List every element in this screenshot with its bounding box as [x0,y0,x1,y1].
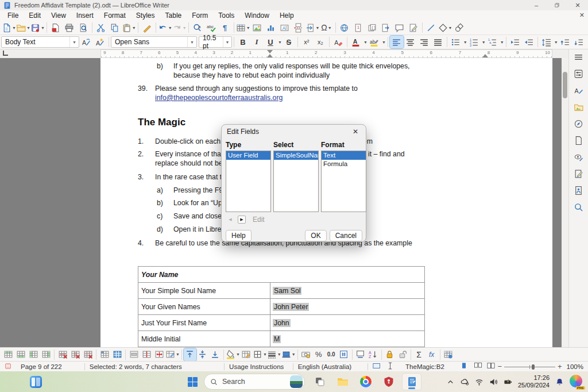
modified-save-icon[interactable] [0,363,16,371]
insert-field-button[interactable]: ▼ [305,21,320,34]
align-bottom-button[interactable] [209,348,222,361]
insert-pagebreak-button[interactable] [292,21,305,34]
sort-button[interactable]: AZ [367,348,380,361]
search-box[interactable]: Search [204,374,305,390]
align-left-button[interactable] [390,36,404,48]
clone-formatting-button[interactable] [140,21,154,34]
list-item[interactable]: Text [322,151,366,160]
border-color-button[interactable]: ▼ [281,348,296,361]
multi-page-view-icon[interactable] [472,362,485,371]
insert-footnote-button[interactable]: 1 [351,21,365,34]
right-indent-marker[interactable] [482,54,488,57]
single-page-view-icon[interactable] [456,362,472,371]
zoom-slider[interactable] [504,363,555,371]
protect-cells-button[interactable] [384,348,396,361]
format-listbox[interactable]: TextFormula [321,151,366,212]
menu-item[interactable]: Edit [24,11,46,20]
tabstop-selector-icon[interactable] [3,51,8,56]
task-view-button[interactable] [310,373,330,390]
superscript-button[interactable]: x² [300,36,314,48]
close-button[interactable]: ✕ [567,0,588,10]
underline-button[interactable]: U [264,36,277,48]
indent-marker-bottom[interactable] [267,54,273,57]
align-top-button[interactable] [184,348,196,361]
insert-column-after-button[interactable] [40,348,52,361]
insert-comment-button[interactable] [393,21,407,34]
sum-button[interactable]: Σ [413,348,425,361]
copy-button[interactable] [108,21,122,34]
table-row[interactable]: Just Your First Name John [138,315,424,331]
help-button[interactable]: Help [226,230,252,241]
new-style-button[interactable]: A [93,36,107,48]
decrease-indent-button[interactable] [522,36,536,48]
selection-indicator[interactable]: Selected: 2 words, 7 characters [85,363,224,370]
insert-row-above-button[interactable] [2,348,14,361]
dialog-close-icon[interactable]: ✕ [350,128,361,136]
paste-button[interactable]: ▼ [122,21,136,34]
table-header-cell[interactable]: Your Name [138,267,424,283]
insert-line-button[interactable] [424,21,438,34]
chevron-down-icon[interactable]: ▼ [223,37,231,47]
book-view-icon[interactable] [485,362,497,371]
split-cells-button[interactable] [140,348,153,361]
spelling-button[interactable]: abc [204,21,218,34]
menu-item[interactable]: Help [274,11,299,20]
decimal-format-button[interactable]: 0.0 [325,348,338,361]
print-preview-button[interactable] [76,21,90,34]
decrease-paragraph-spacing-button[interactable] [572,36,586,48]
tray-expand-icon[interactable] [446,378,455,386]
start-button[interactable] [183,373,202,390]
font-color-button[interactable]: A [349,36,363,48]
insert-bookmark-button[interactable]: ( ) [365,21,379,34]
menu-item[interactable]: Styles [131,11,160,20]
insert-chart-button[interactable] [264,21,278,34]
horizontal-ruler[interactable]: 987654321 12345678910 [0,49,588,58]
font-size-combobox[interactable]: 10.5 pt▼ [199,36,232,48]
next-field-button[interactable]: ▶ [238,216,246,224]
center-vertically-button[interactable] [196,348,209,361]
new-document-button[interactable]: ▼ [2,21,16,34]
cancel-button[interactable]: Cancel [330,230,362,241]
name-fields-table[interactable]: Your Name Your Simple Soul Name Sam Sol … [138,266,425,347]
border-style-button[interactable]: ▼ [267,348,281,361]
volume-icon[interactable] [489,378,498,386]
section-indicator[interactable]: Usage Instructions [225,363,293,370]
style-inspector-icon[interactable] [572,151,586,163]
styles-icon[interactable]: A [572,84,586,97]
basic-shapes-button[interactable]: ▼ [438,21,452,34]
highlight-color-button[interactable]: ab [368,36,381,48]
find-replace-button[interactable]: a [191,21,204,34]
bullet-list-button[interactable] [449,36,463,48]
chevron-down-icon[interactable]: ▼ [69,37,79,47]
delete-table-button[interactable] [82,348,94,361]
list-item[interactable]: Formula [322,160,366,168]
strikethrough-button[interactable]: S [282,36,296,48]
optimize-size-button[interactable]: ▼ [165,348,180,361]
number-format-button[interactable] [338,348,350,361]
insert-special-character-button[interactable]: Ω▼ [320,21,334,34]
previous-field-button[interactable]: ◀ [226,216,234,224]
font-name-combobox[interactable]: Open Sans▼ [111,36,197,48]
cut-button[interactable] [94,21,108,34]
insert-mode-icon[interactable] [368,363,386,370]
track-changes-button[interactable] [407,21,420,34]
menu-item[interactable]: Table [160,11,187,20]
close-document-icon[interactable]: ✕ [579,11,585,19]
table-label-cell[interactable]: Your Simple Soul Name [138,283,270,298]
bold-button[interactable]: B [236,36,250,48]
properties-icon[interactable] [572,67,586,80]
manage-changes-icon[interactable] [572,167,586,180]
type-listbox[interactable]: User Field [226,151,271,212]
table-row[interactable]: Your Given Names John Peter [138,299,424,315]
copilot-button[interactable]: PRE [570,375,583,389]
table-label-cell[interactable]: Your Given Names [138,299,270,314]
navigator-icon[interactable] [572,117,586,130]
vertical-scrollbar[interactable] [562,58,568,347]
wifi-icon[interactable] [475,378,483,386]
table-value-cell[interactable]: John [270,315,424,330]
chrome-button[interactable] [356,373,376,390]
list-item[interactable]: User Field [226,151,270,160]
subscript-button[interactable]: x₂ [314,36,327,48]
page-icon[interactable] [572,134,586,147]
menu-item[interactable]: Tools [213,11,239,20]
